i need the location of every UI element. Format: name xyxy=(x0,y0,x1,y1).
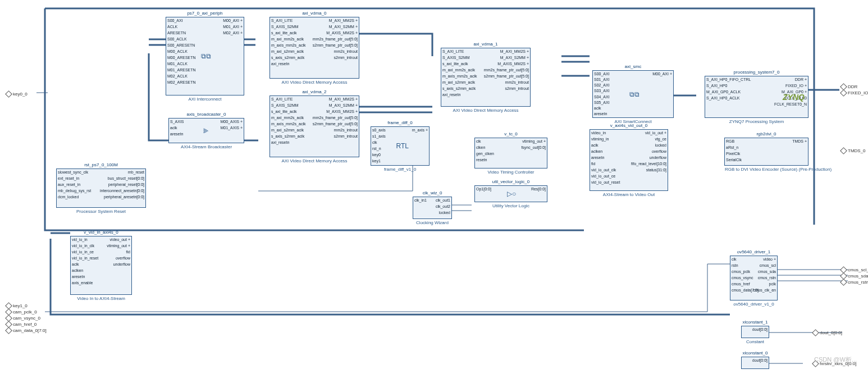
port-dout0: dout_0[0:0] xyxy=(811,330,842,335)
port-out: cmos_rstn xyxy=(758,276,776,280)
block-title: AXI Video Direct Memory Access xyxy=(270,80,359,85)
port-in: rst_n xyxy=(372,147,381,151)
port-out: video_out + xyxy=(110,238,130,242)
block-axi_vdma_1[interactable]: axi_vdma_1AXI Video Direct Memory Access… xyxy=(441,48,531,107)
port-out: cmos_scl xyxy=(760,263,776,268)
block-title: frame_diff_v1_0 xyxy=(371,167,429,172)
port-rstn: cmos_rstn_0 xyxy=(839,280,868,285)
port-in: aresetn xyxy=(594,112,607,116)
port-out: s2mm_introut xyxy=(505,86,529,91)
port-out: M00_AXI + xyxy=(652,72,672,76)
port-in: M01_ARESETN xyxy=(167,68,196,72)
port-in: S00_AXI xyxy=(594,72,610,76)
block-v_vid_in[interactable]: v_vid_in_axi4s_0Video In to AXI4-Streamv… xyxy=(70,236,132,295)
block-name: axis_broadcaster_0 xyxy=(169,112,244,117)
block-name: axi_smc xyxy=(593,64,673,69)
port-in: axi_resetn xyxy=(271,62,289,66)
invert-icon: ▷○ xyxy=(507,190,516,198)
port-in: dcm_locked xyxy=(58,195,79,199)
port-in: vid_io_in_clk xyxy=(72,244,94,248)
block-title: Constant xyxy=(742,339,769,344)
port-in: PixelClk xyxy=(726,152,740,156)
port-out: M00_AXIS + xyxy=(221,120,243,124)
block-title: AXI SmartConnect xyxy=(593,119,673,124)
port-in: S04_AXI xyxy=(594,95,610,99)
port-in: cmos_pclk xyxy=(732,270,750,274)
port-in: M00_ACLK xyxy=(167,49,188,54)
port-out: M_AXI_MM2S + xyxy=(329,97,358,102)
port-out: M02_AXI + xyxy=(223,31,243,35)
port-key0: key0_0 xyxy=(4,92,28,97)
port-in: m_axi_mm2s_aclk xyxy=(271,116,304,120)
block-ps7_axi_periph[interactable]: ps7_0_axi_periphAXI InterconnectS00_AXIA… xyxy=(166,17,244,95)
port-out: overflow xyxy=(652,149,666,154)
block-name: xlconstant_0 xyxy=(742,350,769,356)
block-ov5640[interactable]: ov5640_driver_1ov5640_driver_v1_0clkrstn… xyxy=(730,256,778,300)
block-name: processing_system7_0 xyxy=(705,70,808,75)
port-out: FIXED_IO + xyxy=(785,84,807,88)
port-in: vid_io_in_reset xyxy=(72,256,98,261)
port-in: m_axis_mm2s_aclk xyxy=(271,122,305,126)
block-clk_wiz[interactable]: clk_wiz_0Clocking Wizardclk_in1clk_out1c… xyxy=(413,197,452,219)
block-name: clk_wiz_0 xyxy=(413,190,451,195)
rtl-icon: RTL xyxy=(396,142,409,150)
port-in: S_AXIS xyxy=(170,120,184,124)
port-in: m_axis_mm2s_aclk xyxy=(442,74,477,79)
block-rgb2dvi[interactable]: rgb2dvi_0RGB to DVI Video Encoder (Sourc… xyxy=(724,138,808,166)
port-out: M_AXIS_MM2S + xyxy=(497,62,529,66)
block-name: axi_vdma_0 xyxy=(270,11,359,16)
port-out: FCLK_RESET0_N xyxy=(774,102,807,107)
port-in: vid_io_out_reset xyxy=(591,180,620,185)
port-in: aclken xyxy=(591,149,602,154)
port-out: vtiming_out + xyxy=(522,139,546,144)
port-in: S02_AXI xyxy=(594,83,610,88)
block-title: Video Timing Controller xyxy=(475,170,547,175)
block-name: ps7_0_axi_periph xyxy=(166,11,244,16)
port-in: vtiming_in xyxy=(591,137,609,142)
port-in: S_AXIS_S2MM xyxy=(442,56,470,60)
block-name: ov5640_driver_1 xyxy=(730,249,777,254)
crossbar-icon: ⧉⧉ xyxy=(629,90,639,98)
port-in: s_axis_s2mm_aclk xyxy=(271,134,304,139)
port-out: fifo_read_level[10:0] xyxy=(631,162,666,166)
block-ps7[interactable]: processing_system7_0ZYNQ7 Processing Sys… xyxy=(705,76,808,118)
block-v_axi_vid[interactable]: v_axi4s_vid_out_0AXI4-Stream to Video Ou… xyxy=(590,129,668,191)
block-title: Utility Vector Logic xyxy=(475,203,547,208)
block-title: RGB to DVI Video Encoder (Source) (Pre-P… xyxy=(725,167,808,172)
zynq-logo: ZYNQ xyxy=(783,93,805,102)
block-title: AXI4-Stream Broadcaster xyxy=(169,144,244,149)
fanout-icon: ⫸ xyxy=(203,127,209,135)
block-name: util_vector_logic_0 xyxy=(475,179,547,184)
block-axi_vdma_2[interactable]: axi_vdma_2AXI Video Direct Memory Access… xyxy=(269,95,359,157)
block-axi_vdma_0[interactable]: axi_vdma_0AXI Video Direct Memory Access… xyxy=(269,17,359,79)
port-out: bus_struct_reset[0:0] xyxy=(108,176,144,181)
port-in: mb_debug_sys_rst xyxy=(58,189,91,193)
port-href: cam_href_0 xyxy=(4,322,36,327)
block-title: ZYNQ7 Processing System xyxy=(705,119,808,124)
port-out: vtg_ce xyxy=(655,137,666,142)
block-rst_ps7[interactable]: rst_ps7_0_100MProcessor System Resetslow… xyxy=(56,168,146,208)
block-axis_broadcaster[interactable]: axis_broadcaster_0AXI4-Stream Broadcaste… xyxy=(168,118,244,143)
port-in: s_axi_lite_aclk xyxy=(271,31,297,35)
port-in: RGB xyxy=(726,139,734,144)
block-name: v_vid_in_axi4s_0 xyxy=(71,230,131,235)
block-xlc0[interactable]: xlconstant_0dout[0:0] xyxy=(741,357,769,369)
port-in: S_AXIS_S2MM xyxy=(271,103,299,108)
block-title: Processor System Reset xyxy=(57,209,145,214)
port-in: m_axi_s2mm_aclk xyxy=(271,49,304,54)
port-in: M_AXI_GP0_ACLK xyxy=(706,90,741,94)
block-frame_diff[interactable]: frame_diff_0frame_diff_v1_0s0_axiss1_axi… xyxy=(371,126,430,166)
port-out: s2mm_frame_ptr_out[5:0] xyxy=(313,43,358,48)
port-in: aRst_n xyxy=(726,145,738,150)
block-v_tc[interactable]: v_tc_0Video Timing Controllerclkclkengen… xyxy=(474,138,547,168)
block-title: AXI Video Direct Memory Access xyxy=(270,158,359,163)
block-xlc1[interactable]: xlconstant_1Constantdout[0:0] xyxy=(741,326,769,338)
port-out: Res[0:0] xyxy=(531,187,546,192)
block-axi_smc[interactable]: axi_smcAXI SmartConnectS00_AXIS01_AXIS02… xyxy=(592,70,674,118)
port-in: M02_ARESETN xyxy=(167,80,196,85)
port-out: overflow xyxy=(116,256,130,261)
port-in: M01_ACLK xyxy=(167,62,188,66)
port-out: mm2s_frame_ptr_out[5:0] xyxy=(313,37,358,42)
block-util_vec[interactable]: util_vector_logic_0Utility Vector LogicO… xyxy=(474,185,547,202)
port-in: S_AXI_HP0 xyxy=(706,84,727,88)
